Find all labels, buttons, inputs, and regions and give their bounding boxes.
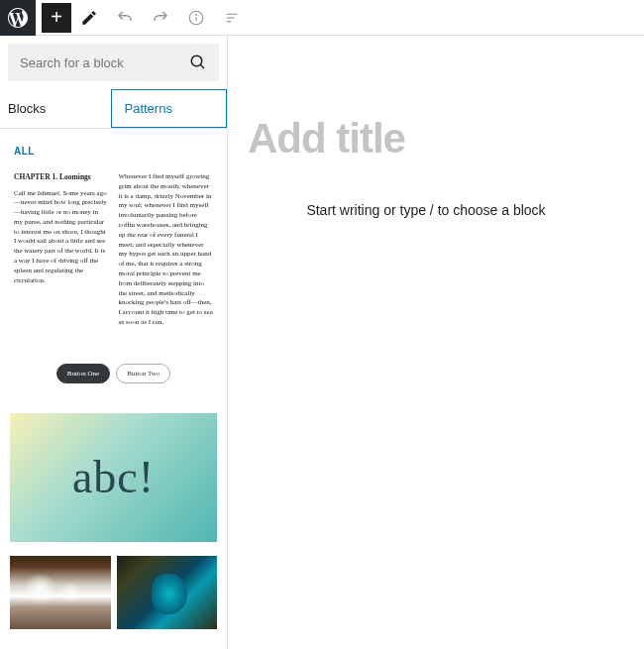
search-input[interactable] <box>20 55 189 70</box>
info-icon[interactable] <box>178 0 214 36</box>
add-block-button[interactable]: + <box>42 3 71 33</box>
pattern-two-buttons[interactable]: Button One Button Two <box>10 348 217 399</box>
svg-line-7 <box>200 64 204 68</box>
post-title-input[interactable]: Add title <box>248 115 604 162</box>
pattern-col-right: Whenever I find myself growing grim abou… <box>119 172 214 328</box>
search-icon <box>189 54 207 71</box>
edit-icon[interactable] <box>71 0 107 36</box>
main-area: Blocks Patterns ALL CHAPTER 1. Loomings … <box>0 36 644 649</box>
gallery-image-mountains <box>10 556 111 629</box>
pattern-button-primary: Button One <box>56 364 110 383</box>
pattern-gallery[interactable] <box>10 556 217 629</box>
svg-point-6 <box>191 55 202 66</box>
pattern-two-column-text[interactable]: CHAPTER 1. Loomings Call me Ishmael. Som… <box>10 166 217 334</box>
pattern-body-right: Whenever I find myself growing grim abou… <box>119 172 214 328</box>
svg-point-2 <box>196 14 197 15</box>
outline-icon[interactable] <box>214 0 250 36</box>
redo-icon[interactable] <box>143 0 178 36</box>
tab-blocks[interactable]: Blocks <box>0 89 111 128</box>
pattern-body-left: Call me Ishmael. Some years ago—never mi… <box>14 189 109 286</box>
pattern-list[interactable]: CHAPTER 1. Loomings Call me Ishmael. Som… <box>0 162 227 649</box>
pattern-filter-row: ALL <box>0 129 227 162</box>
search-wrap <box>0 36 227 89</box>
pattern-button-secondary: Button Two <box>116 364 170 383</box>
filter-all-chip[interactable]: ALL <box>10 144 39 159</box>
undo-icon[interactable] <box>107 0 143 36</box>
post-body-prompt[interactable]: Start writing or type / to choose a bloc… <box>248 202 604 218</box>
pattern-col-left: CHAPTER 1. Loomings Call me Ishmael. Som… <box>14 172 109 328</box>
inserter-tabs: Blocks Patterns <box>0 89 227 129</box>
pattern-heading: CHAPTER 1. Loomings <box>14 172 109 183</box>
wordpress-logo[interactable] <box>0 0 36 36</box>
pattern-cover-text: abc! <box>72 451 155 503</box>
gallery-image-lake <box>117 556 218 629</box>
pattern-cover[interactable]: abc! <box>10 413 217 542</box>
tab-patterns[interactable]: Patterns <box>111 89 228 128</box>
search-box[interactable] <box>8 44 219 81</box>
block-inserter-panel: Blocks Patterns ALL CHAPTER 1. Loomings … <box>0 36 228 649</box>
editor-canvas[interactable]: Add title Start writing or type / to cho… <box>228 36 644 649</box>
top-toolbar: + <box>0 0 644 36</box>
